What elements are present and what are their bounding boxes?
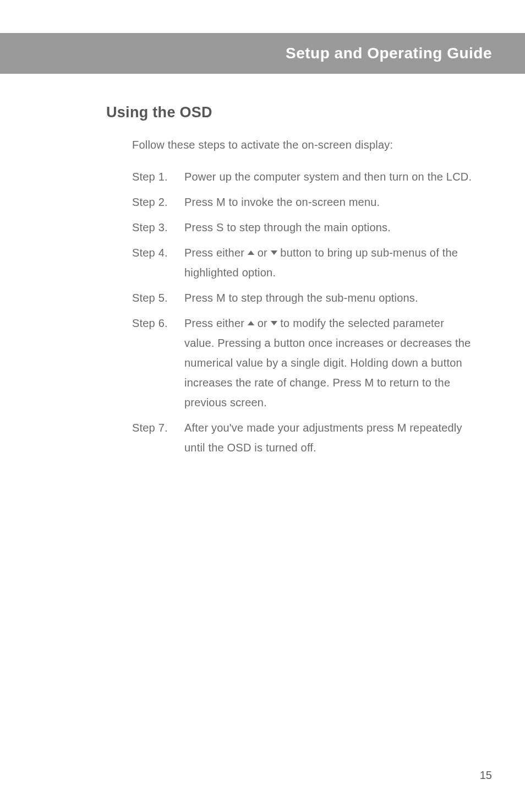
step-text: Press M to invoke the on-screen menu. bbox=[184, 192, 473, 212]
step-text-part: Press either bbox=[184, 317, 248, 329]
step-row: Step 3. Press S to step through the main… bbox=[132, 217, 473, 237]
step-text: Press either or to modify the selected p… bbox=[184, 313, 473, 412]
triangle-down-icon bbox=[271, 250, 277, 255]
step-label: Step 4. bbox=[132, 243, 184, 263]
step-text-part: or bbox=[254, 247, 271, 259]
header-band: Setup and Operating Guide bbox=[0, 33, 525, 74]
section-title: Using the OSD bbox=[106, 104, 473, 121]
intro-text: Follow these steps to activate the on-sc… bbox=[132, 139, 473, 151]
header-title: Setup and Operating Guide bbox=[286, 45, 492, 62]
step-row: Step 1. Power up the computer system and… bbox=[132, 167, 473, 187]
triangle-down-icon bbox=[271, 321, 277, 325]
step-text: Press M to step through the sub-menu opt… bbox=[184, 288, 473, 308]
page-number: 15 bbox=[480, 769, 492, 782]
step-label: Step 2. bbox=[132, 192, 184, 212]
step-row: Step 6. Press either or to modify the se… bbox=[132, 313, 473, 412]
step-label: Step 7. bbox=[132, 418, 184, 438]
triangle-up-icon bbox=[248, 321, 254, 325]
step-text: Power up the computer system and then tu… bbox=[184, 167, 473, 187]
step-text-part: to modify the selected parameter value. … bbox=[184, 317, 471, 408]
step-row: Step 7. After you've made your adjustmen… bbox=[132, 418, 473, 457]
step-text: Press either or button to bring up sub-m… bbox=[184, 243, 473, 282]
step-row: Step 5. Press M to step through the sub-… bbox=[132, 288, 473, 308]
step-label: Step 1. bbox=[132, 167, 184, 187]
step-text-part: Press either bbox=[184, 247, 248, 259]
step-label: Step 3. bbox=[132, 217, 184, 237]
step-text-part: or bbox=[254, 317, 271, 329]
step-row: Step 2. Press M to invoke the on-screen … bbox=[132, 192, 473, 212]
step-label: Step 6. bbox=[132, 313, 184, 333]
steps-list: Step 1. Power up the computer system and… bbox=[132, 167, 473, 457]
step-text: Press S to step through the main options… bbox=[184, 217, 473, 237]
step-label: Step 5. bbox=[132, 288, 184, 308]
step-row: Step 4. Press either or button to bring … bbox=[132, 243, 473, 282]
step-text: After you've made your adjustments press… bbox=[184, 418, 473, 457]
content-area: Using the OSD Follow these steps to acti… bbox=[0, 74, 525, 457]
triangle-up-icon bbox=[248, 250, 254, 255]
